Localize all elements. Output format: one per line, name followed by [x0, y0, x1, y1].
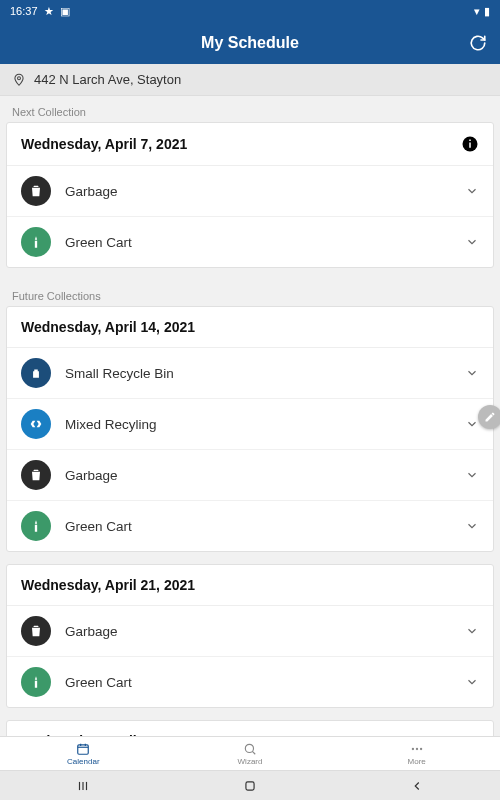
location-pin-icon — [12, 73, 26, 87]
card-date-header: Wednesday, April 21, 2021 — [7, 565, 493, 606]
row-label: Garbage — [65, 624, 451, 639]
card-date: Wednesday, April 7, 2021 — [21, 136, 187, 152]
status-time: 16:37 — [10, 5, 38, 17]
svg-line-9 — [252, 751, 255, 754]
chevron-down-icon — [465, 675, 479, 689]
star-icon: ★ — [44, 5, 54, 18]
small-recycle-icon — [21, 358, 51, 388]
svg-rect-4 — [78, 744, 89, 753]
address-text: 442 N Larch Ave, Stayton — [34, 72, 181, 87]
system-nav-bar — [0, 770, 500, 800]
home-icon — [243, 779, 257, 793]
nav-recent-button[interactable] — [68, 776, 98, 796]
tab-label: Calendar — [67, 757, 99, 766]
chevron-down-icon — [465, 519, 479, 533]
extra-icon: ▣ — [60, 5, 70, 18]
collection-card: Wednesday, April 28, 2021 Small Recycle … — [6, 720, 494, 736]
pencil-icon — [484, 411, 496, 423]
calendar-icon — [76, 742, 90, 756]
svg-rect-2 — [469, 143, 471, 148]
green-cart-icon — [21, 667, 51, 697]
row-label: Mixed Recyling — [65, 417, 451, 432]
collection-card: Wednesday, April 7, 2021 Garbage Green C… — [6, 122, 494, 268]
card-date-header: Wednesday, April 28, 2021 — [7, 721, 493, 736]
collection-row[interactable]: Garbage — [7, 606, 493, 657]
tab-wizard[interactable]: Wizard — [167, 737, 334, 770]
collection-card: Wednesday, April 14, 2021 Small Recycle … — [6, 306, 494, 552]
chevron-down-icon — [465, 366, 479, 380]
collection-row[interactable]: Small Recycle Bin — [7, 348, 493, 399]
refresh-icon — [469, 34, 487, 52]
bottom-tabs: Calendar Wizard More — [0, 736, 500, 770]
recent-icon — [75, 779, 91, 793]
green-cart-icon — [21, 511, 51, 541]
card-date-header: Wednesday, April 14, 2021 — [7, 307, 493, 348]
page-title: My Schedule — [201, 34, 299, 52]
chevron-down-icon — [465, 624, 479, 638]
collection-row[interactable]: Garbage — [7, 450, 493, 501]
chevron-down-icon — [465, 235, 479, 249]
garbage-icon — [21, 176, 51, 206]
address-bar[interactable]: 442 N Larch Ave, Stayton — [0, 64, 500, 96]
garbage-icon — [21, 616, 51, 646]
card-date-header: Wednesday, April 7, 2021 — [7, 123, 493, 166]
signal-icon: ▾ — [474, 5, 480, 18]
mixed-recycle-icon — [21, 409, 51, 439]
row-label: Small Recycle Bin — [65, 366, 451, 381]
collection-card: Wednesday, April 21, 2021 Garbage Green … — [6, 564, 494, 708]
svg-rect-3 — [469, 140, 471, 142]
edit-fab[interactable] — [478, 405, 500, 429]
svg-point-12 — [420, 747, 422, 749]
card-date: Wednesday, April 14, 2021 — [21, 319, 195, 335]
row-label: Garbage — [65, 184, 451, 199]
status-bar: 16:37 ★ ▣ ▾ ▮ — [0, 0, 500, 22]
more-icon — [410, 742, 424, 756]
garbage-icon — [21, 460, 51, 490]
collection-row[interactable]: Garbage — [7, 166, 493, 217]
tab-more[interactable]: More — [333, 737, 500, 770]
collection-row[interactable]: Mixed Recyling — [7, 399, 493, 450]
card-date: Wednesday, April 21, 2021 — [21, 577, 195, 593]
tab-calendar[interactable]: Calendar — [0, 737, 167, 770]
back-icon — [410, 779, 424, 793]
nav-home-button[interactable] — [235, 776, 265, 796]
svg-point-10 — [411, 747, 413, 749]
svg-point-8 — [245, 744, 253, 752]
chevron-down-icon — [465, 417, 479, 431]
collection-row[interactable]: Green Cart — [7, 657, 493, 707]
row-label: Green Cart — [65, 519, 451, 534]
row-label: Green Cart — [65, 675, 451, 690]
info-icon[interactable] — [461, 135, 479, 153]
battery-icon: ▮ — [484, 5, 490, 18]
collection-row[interactable]: Green Cart — [7, 501, 493, 551]
green-cart-icon — [21, 227, 51, 257]
svg-point-0 — [18, 76, 21, 79]
svg-point-11 — [416, 747, 418, 749]
nav-back-button[interactable] — [402, 776, 432, 796]
chevron-down-icon — [465, 468, 479, 482]
row-label: Garbage — [65, 468, 451, 483]
tab-label: More — [408, 757, 426, 766]
app-bar: My Schedule — [0, 22, 500, 64]
section-future-label: Future Collections — [0, 280, 500, 306]
section-next-label: Next Collection — [0, 96, 500, 122]
svg-rect-16 — [246, 781, 254, 789]
chevron-down-icon — [465, 184, 479, 198]
wizard-icon — [243, 742, 257, 756]
refresh-button[interactable] — [468, 33, 488, 53]
row-label: Green Cart — [65, 235, 451, 250]
content-scroll[interactable]: Next Collection Wednesday, April 7, 2021… — [0, 96, 500, 736]
tab-label: Wizard — [238, 757, 263, 766]
collection-row[interactable]: Green Cart — [7, 217, 493, 267]
